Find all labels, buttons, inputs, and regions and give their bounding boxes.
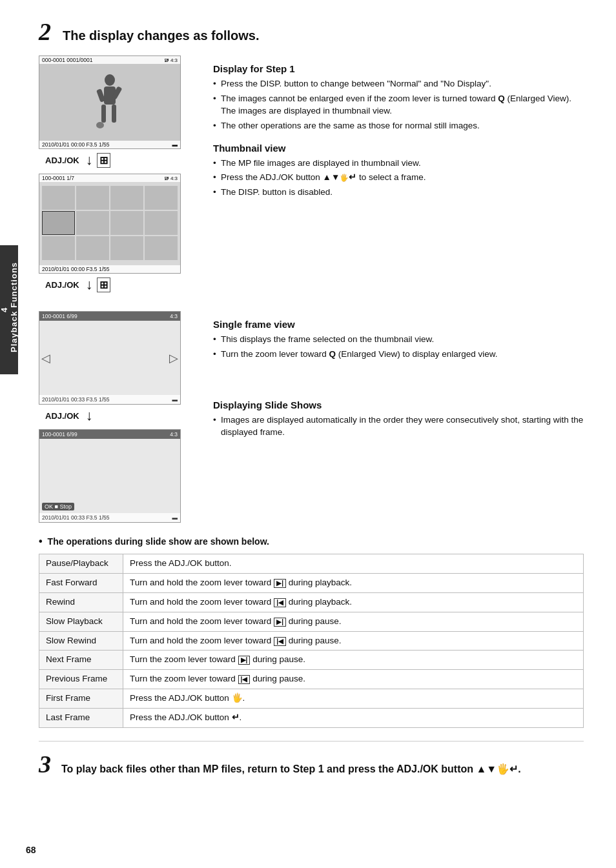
page-container: 4 Playback Functions 2 The display chang… (0, 0, 616, 868)
slide-topbar-left: 100-0001 6/99 (42, 431, 77, 438)
operations-note: The operations during slide show are sho… (39, 536, 584, 547)
single-frame-section: Single frame view This displays the fram… (213, 319, 584, 361)
slide-topbar: 100-0001 6/99 4:3 (39, 430, 180, 439)
left-column: 000-0001 0001/0001 🖳 4:3 (39, 56, 200, 298)
adj-ok-row1: ADJ./OK ↓ ⊞ (45, 152, 200, 168)
operations-note-text: The operations during slide show are sho… (48, 536, 269, 547)
sf-topbar-right: 4:3 (170, 313, 178, 319)
table-row: Previous Frame Turn the zoom lever towar… (39, 670, 584, 689)
screen2-bottombar: 2010/01/01 00:00 F3.5 1/55 (39, 265, 180, 273)
slide-shows-list: Images are displayed automatically in th… (213, 414, 584, 439)
step2-title: The display changes as follows. (63, 28, 260, 43)
table-row: Pause/Playback Press the ADJ./OK button. (39, 554, 584, 574)
thumbnail-view-list: The MP file images are displayed in thum… (213, 157, 584, 199)
thumbnail-bullet3: The DISP. button is disabled. (213, 187, 584, 199)
thumb-11 (110, 236, 143, 260)
ok-stop-label: OK ■ Stop (42, 503, 74, 510)
action-next: Next Frame (39, 651, 123, 670)
single-frame-screen: 100-0001 6/99 4:3 ◁ ▷ 2010/01/01 00:33 F… (39, 311, 181, 405)
svg-point-6 (96, 122, 104, 128)
desc-next: Turn the zoom lever toward ▶| during pau… (123, 651, 584, 670)
thumb-8 (145, 211, 178, 235)
zoom-icon-pf: |◀ (238, 675, 251, 684)
screen2-bottombar-text: 2010/01/01 00:00 F3.5 1/55 (42, 266, 109, 272)
desc-prev: Turn the zoom lever toward |◀ during pau… (123, 670, 584, 689)
table-row: Slow Playback Turn and hold the zoom lev… (39, 612, 584, 631)
single-frame-right: Single frame view This displays the fram… (213, 311, 584, 523)
thumb-5-selected (42, 211, 75, 235)
operations-table: Pause/Playback Press the ADJ./OK button.… (39, 554, 584, 728)
adj-ok-label2: ADJ./OK (45, 280, 79, 290)
down-arrow1: ↓ (86, 152, 93, 168)
display-step1-list: Press the DISP. button to change between… (213, 78, 584, 132)
zoom-icon-sp: ▶| (274, 618, 286, 627)
screen2: 100-0001 1/7 🖳 4:3 (39, 174, 181, 274)
adj-ok-row2: ADJ./OK ↓ ⊞ (45, 276, 200, 293)
down-arrow3: ↓ (86, 407, 93, 424)
zoom-icon-ff: ▶| (274, 579, 286, 588)
display-step1-section: Display for Step 1 Press the DISP. butto… (213, 63, 584, 132)
desc-pause: Press the ADJ./OK button. (123, 554, 584, 574)
thumb-9 (42, 236, 75, 260)
step2-number: 2 (39, 19, 51, 44)
thumb-12 (145, 236, 178, 260)
display-step1-bullet2: The images cannot be enlarged even if th… (213, 93, 584, 117)
thumbnail-view-section: Thumbnail view The MP file images are di… (213, 143, 584, 199)
table-row: First Frame Press the ADJ./OK button 🖐. (39, 689, 584, 709)
display-step1-bullet1: Press the DISP. button to change between… (213, 78, 584, 90)
slide-battery: ▬ (172, 514, 178, 521)
zoom-icon-rw: |◀ (274, 598, 286, 607)
screen2-topbar-right: 🖳 4:3 (164, 176, 178, 181)
single-frame-bottombar: 2010/01/01 00:33 F3.5 1/55 ▬ (39, 395, 180, 404)
screen1-bottombar: 2010/01/01 00:00 F3.5 1/55 ▬ (39, 141, 180, 148)
display-step1-heading: Display for Step 1 (213, 63, 584, 74)
screen1-wrapper: 000-0001 0001/0001 🖳 4:3 (39, 56, 200, 149)
table-row: Slow Rewind Turn and hold the zoom lever… (39, 631, 584, 651)
adj-ok-row3: ADJ./OK ↓ (45, 407, 200, 424)
table-row: Last Frame Press the ADJ./OK button ↵. (39, 709, 584, 728)
sf-bottombar-text: 2010/01/01 00:33 F3.5 1/55 (42, 396, 109, 403)
thumbnail-bullet1: The MP file images are displayed in thum… (213, 157, 584, 170)
soccer-player-icon (87, 72, 132, 130)
slide-bottombar-text: 2010/01/01 00:33 F3.5 1/55 (42, 514, 109, 521)
svg-rect-2 (101, 105, 106, 123)
svg-rect-3 (112, 105, 116, 123)
settings-icon1: ⊞ (97, 153, 110, 168)
screen2-wrapper: 100-0001 1/7 🖳 4:3 (39, 174, 200, 274)
action-rewind: Rewind (39, 592, 123, 612)
sf-bullet2: Turn the zoom lever toward Q (Enlarged V… (213, 348, 584, 361)
zoom-icon-nf: ▶| (238, 656, 251, 665)
screen1-topbar: 000-0001 0001/0001 🖳 4:3 (39, 56, 180, 64)
svg-point-0 (105, 74, 115, 86)
table-row: Fast Forward Turn and hold the zoom leve… (39, 573, 584, 592)
screen1-battery: ▬ (172, 141, 178, 148)
slide-shows-heading: Displaying Slide Shows (213, 399, 584, 410)
single-frame-heading: Single frame view (213, 319, 584, 330)
thumb-3 (110, 186, 143, 210)
sf-bullet1: This displays the frame selected on the … (213, 334, 584, 346)
slide-bottombar: 2010/01/01 00:33 F3.5 1/55 ▬ (39, 513, 180, 522)
right-column: Display for Step 1 Press the DISP. butto… (213, 56, 584, 298)
settings-icon2: ⊞ (97, 278, 110, 292)
action-pause: Pause/Playback (39, 554, 123, 574)
chapter-number: 4 (0, 307, 9, 312)
main-content: 000-0001 0001/0001 🖳 4:3 (39, 56, 584, 298)
desc-last: Press the ADJ./OK button ↵. (123, 709, 584, 728)
step3-number: 3 (39, 752, 51, 776)
action-slow: Slow Playback (39, 612, 123, 631)
screen1-icon: 🖳 4:3 (164, 57, 178, 63)
thumb-7 (110, 211, 143, 235)
desc-first: Press the ADJ./OK button 🖐. (123, 689, 584, 709)
action-last: Last Frame (39, 709, 123, 728)
thumb-2 (76, 186, 109, 210)
frame-arrow-left-icon: ◁ (41, 351, 50, 365)
slide-bullet1: Images are displayed automatically in th… (213, 414, 584, 439)
thumb-6 (76, 211, 109, 235)
thumbnail-view-heading: Thumbnail view (213, 143, 584, 154)
step3-text: To play back files other than MP files, … (61, 762, 521, 776)
screen1: 000-0001 0001/0001 🖳 4:3 (39, 56, 181, 149)
screen2-topbar-left: 100-0001 1/7 (42, 175, 74, 181)
thumbnail-bullet2: Press the ADJ./OK button ▲▼🖐↵ to select … (213, 172, 584, 184)
thumb-1 (42, 186, 75, 210)
action-first: First Frame (39, 689, 123, 709)
